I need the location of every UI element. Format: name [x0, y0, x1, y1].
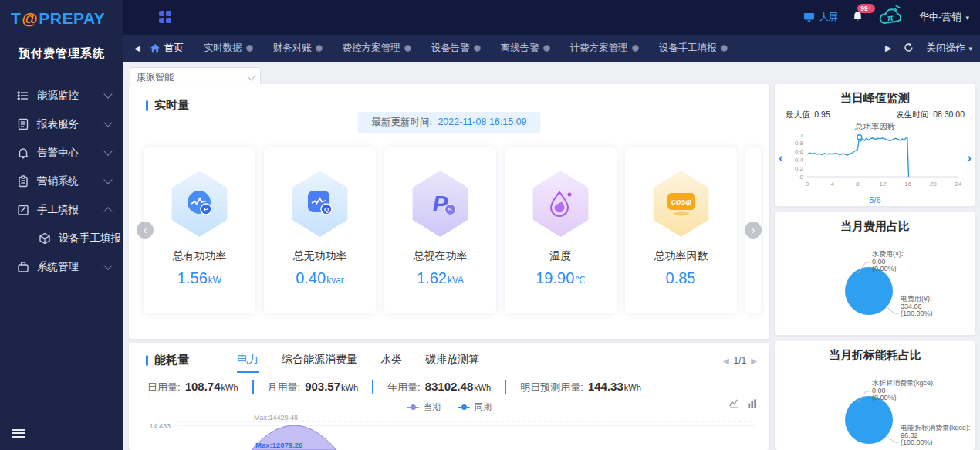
metric-value: 0.85 [666, 269, 697, 287]
stat-unit: kWh [624, 383, 641, 392]
energy-section-header: 能耗量 [146, 353, 189, 367]
user-menu[interactable]: 华中-营销 ▾ [919, 11, 969, 24]
tab-realtime-data[interactable]: 实时数据 [204, 42, 253, 55]
svg-text:12: 12 [880, 181, 887, 188]
energy-tabs: 电力 综合能源消费量 水类 碳排放测算 [237, 353, 479, 373]
topbar-right: 大屏 99+ π 华中-营销 ▾ [803, 0, 969, 35]
sidebar-item-report-service[interactable]: 报表服务 [0, 110, 123, 138]
page-indicator: 1/1 [734, 355, 747, 366]
svg-text:cosφ: cosφ [671, 197, 691, 206]
line-chart-icon[interactable] [729, 398, 739, 408]
svg-text:8: 8 [856, 181, 860, 188]
chevron-down-icon [103, 90, 112, 98]
tab-fee-control-plan[interactable]: 费控方案管理 [343, 42, 411, 55]
page-next-icon[interactable]: ▶ [751, 357, 757, 365]
tab-close-icon[interactable] [474, 45, 481, 52]
energy-monitor-icon [17, 90, 29, 102]
home-icon [150, 43, 161, 53]
tab-water[interactable]: 水类 [380, 353, 402, 373]
main-content: 康派智能 实时量 最新更新时间: 2022-11-08 16:15:09 P 总… [123, 62, 980, 450]
tab-close-icon[interactable] [316, 45, 323, 52]
tab-close-icon[interactable] [543, 45, 550, 52]
svg-text:Max:12079.26: Max:12079.26 [255, 441, 302, 449]
tabs-scroll-left-icon[interactable]: ◀ [134, 44, 140, 52]
svg-text:0.4: 0.4 [795, 157, 804, 164]
svg-text:0.2: 0.2 [795, 165, 804, 172]
legend-label: 同期 [475, 401, 492, 413]
tab-label: 首页 [164, 42, 184, 55]
tab-comprehensive-energy[interactable]: 综合能源消费量 [282, 353, 357, 373]
sidebar-item-energy-monitor[interactable]: 能源监控 [0, 81, 123, 110]
tab-close-icon[interactable] [632, 45, 639, 52]
metric-card-apparent-power: PS 总视在功率 1.62kVA [384, 147, 496, 313]
tabs-scroll-right-icon[interactable]: ▶ [885, 43, 891, 53]
tab-billing-plan[interactable]: 计费方案管理 [570, 42, 639, 55]
tab-device-alarm[interactable]: 设备告警 [431, 42, 481, 55]
notifications-button[interactable]: 99+ [852, 10, 863, 25]
apps-grid-icon[interactable] [159, 11, 171, 23]
refresh-icon[interactable] [904, 42, 914, 55]
realtime-section-header: 实时量 [146, 98, 189, 113]
stat-unit: kWh [341, 383, 358, 392]
svg-text:水折标消费量(kgce):0.00(0.00%): 水折标消费量(kgce):0.00(0.00%) [872, 379, 935, 401]
metric-card-reactive-power: Q 总无功功率 0.40kvar [264, 147, 376, 313]
metric-value: 1.62kVA [417, 269, 464, 287]
metric-label: 总功率因数 [654, 249, 708, 263]
stat-tomorrow-forecast: 明日预测用量:144.33kWh [505, 380, 641, 394]
collapse-menu-icon[interactable] [12, 427, 25, 439]
big-screen-button[interactable]: 大屏 [803, 11, 838, 24]
page-prev-icon[interactable]: ◀ [723, 357, 729, 365]
legend-current-period[interactable]: 当期 [407, 401, 441, 413]
peak-max-label: 最大值: [786, 110, 812, 119]
chevron-down-icon: ▾ [965, 14, 969, 22]
svg-text:0.6: 0.6 [795, 148, 804, 155]
manual-entry-icon [17, 204, 29, 216]
peak-next-icon[interactable]: › [967, 151, 972, 166]
logo-t: T [11, 9, 21, 27]
logo-at: @ [22, 9, 38, 27]
carousel-next-button[interactable]: › [745, 222, 762, 239]
nav-tabbar: ◀ 首页 实时数据 财务对账 费控方案管理 设备告警 离线告警 计费方案管理 设… [123, 35, 980, 62]
close-operations-dropdown[interactable]: 关闭操作 ▾ [926, 42, 972, 55]
peak-page-indicator: 5/6 [775, 195, 975, 205]
tab-device-manual-entry[interactable]: 设备手工填报 [659, 42, 728, 55]
section-accent-bar [146, 100, 148, 111]
sidebar-item-marketing-system[interactable]: 营销系统 [0, 167, 123, 195]
carousel-prev-button[interactable]: ‹ [137, 222, 154, 239]
bar-chart-icon[interactable] [747, 398, 757, 408]
sidebar-item-system-management[interactable]: 系统管理 [0, 252, 123, 281]
update-time-value: 2022-11-08 16:15:09 [438, 117, 526, 127]
sidebar-item-device-manual-entry[interactable]: 设备手工填报 [0, 224, 123, 252]
peak-stats: 最大值: 0.95 发生时间: 08:30:00 [786, 110, 965, 120]
tab-close-icon[interactable] [404, 45, 411, 52]
sidebar-item-manual-entry[interactable]: 手工填报 [0, 195, 123, 224]
legend-same-period[interactable]: 同期 [458, 401, 492, 413]
sidebar: T@PREPAY 预付费管理系统 能源监控 报表服务 告警中心 [0, 0, 123, 450]
svg-text:14,433: 14,433 [149, 422, 171, 430]
notification-badge: 99+ [857, 4, 874, 13]
tab-home[interactable]: 首页 [150, 42, 184, 55]
tab-close-icon[interactable] [721, 45, 728, 52]
big-screen-label: 大屏 [819, 11, 838, 24]
svg-text:水费用(¥):0.00(0.00%): 水费用(¥):0.00(0.00%) [872, 250, 904, 272]
stat-label: 明日预测用量: [520, 381, 583, 394]
tab-carbon-emission[interactable]: 碳排放测算 [425, 353, 479, 373]
system-name: 预付费管理系统 [0, 46, 123, 61]
tab-electricity[interactable]: 电力 [237, 353, 259, 373]
svg-text:P: P [204, 206, 208, 213]
tab-label: 计费方案管理 [570, 42, 628, 55]
org-select-value: 康派智能 [137, 71, 174, 84]
stat-label: 年用量: [387, 381, 421, 394]
tab-close-icon[interactable] [246, 45, 253, 52]
apparent-power-icon: PS [411, 171, 471, 237]
cost-pie-chart: 水费用(¥):0.00(0.00%)电费用(¥):334.06(100.00%) [779, 234, 972, 334]
metric-value: 1.56kW [177, 269, 221, 287]
peak-max: 最大值: 0.95 [786, 110, 830, 120]
tab-financial-reconciliation[interactable]: 财务对账 [273, 42, 323, 55]
tab-offline-alarm[interactable]: 离线告警 [501, 42, 550, 55]
sidebar-item-label: 系统管理 [37, 260, 79, 274]
tabbar-right: ▶ 关闭操作 ▾ [885, 42, 972, 55]
sidebar-item-label: 手工填报 [37, 203, 79, 217]
chevron-up-icon [103, 207, 112, 215]
sidebar-item-alarm-center[interactable]: 告警中心 [0, 138, 123, 167]
